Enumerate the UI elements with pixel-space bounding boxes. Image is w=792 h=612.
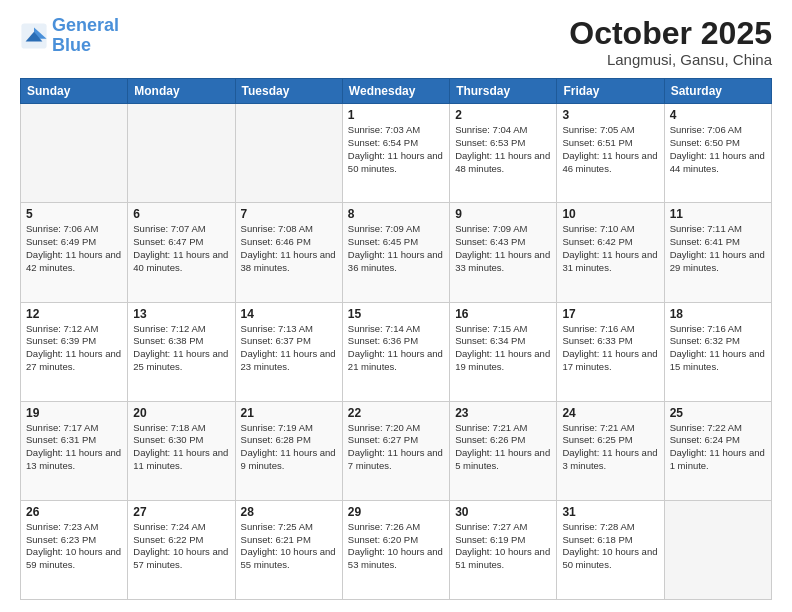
day-info: Sunrise: 7:09 AM Sunset: 6:45 PM Dayligh… xyxy=(348,223,444,274)
day-info: Sunrise: 7:11 AM Sunset: 6:41 PM Dayligh… xyxy=(670,223,766,274)
weekday-header-sunday: Sunday xyxy=(21,79,128,104)
logo-text: General Blue xyxy=(52,16,119,56)
day-cell: 26Sunrise: 7:23 AM Sunset: 6:23 PM Dayli… xyxy=(21,500,128,599)
day-cell: 22Sunrise: 7:20 AM Sunset: 6:27 PM Dayli… xyxy=(342,401,449,500)
day-number: 31 xyxy=(562,505,658,519)
day-cell: 3Sunrise: 7:05 AM Sunset: 6:51 PM Daylig… xyxy=(557,104,664,203)
week-row-4: 19Sunrise: 7:17 AM Sunset: 6:31 PM Dayli… xyxy=(21,401,772,500)
weekday-header-wednesday: Wednesday xyxy=(342,79,449,104)
day-cell: 8Sunrise: 7:09 AM Sunset: 6:45 PM Daylig… xyxy=(342,203,449,302)
weekday-header-friday: Friday xyxy=(557,79,664,104)
day-number: 10 xyxy=(562,207,658,221)
day-number: 21 xyxy=(241,406,337,420)
day-cell: 15Sunrise: 7:14 AM Sunset: 6:36 PM Dayli… xyxy=(342,302,449,401)
day-info: Sunrise: 7:19 AM Sunset: 6:28 PM Dayligh… xyxy=(241,422,337,473)
day-info: Sunrise: 7:16 AM Sunset: 6:32 PM Dayligh… xyxy=(670,323,766,374)
day-info: Sunrise: 7:12 AM Sunset: 6:39 PM Dayligh… xyxy=(26,323,122,374)
week-row-2: 5Sunrise: 7:06 AM Sunset: 6:49 PM Daylig… xyxy=(21,203,772,302)
day-cell: 10Sunrise: 7:10 AM Sunset: 6:42 PM Dayli… xyxy=(557,203,664,302)
day-cell: 28Sunrise: 7:25 AM Sunset: 6:21 PM Dayli… xyxy=(235,500,342,599)
day-cell: 17Sunrise: 7:16 AM Sunset: 6:33 PM Dayli… xyxy=(557,302,664,401)
day-info: Sunrise: 7:03 AM Sunset: 6:54 PM Dayligh… xyxy=(348,124,444,175)
day-cell: 12Sunrise: 7:12 AM Sunset: 6:39 PM Dayli… xyxy=(21,302,128,401)
day-info: Sunrise: 7:04 AM Sunset: 6:53 PM Dayligh… xyxy=(455,124,551,175)
header: General Blue October 2025 Langmusi, Gans… xyxy=(20,16,772,68)
logo-general: General xyxy=(52,15,119,35)
day-cell: 24Sunrise: 7:21 AM Sunset: 6:25 PM Dayli… xyxy=(557,401,664,500)
day-number: 5 xyxy=(26,207,122,221)
day-cell: 23Sunrise: 7:21 AM Sunset: 6:26 PM Dayli… xyxy=(450,401,557,500)
day-info: Sunrise: 7:22 AM Sunset: 6:24 PM Dayligh… xyxy=(670,422,766,473)
day-number: 15 xyxy=(348,307,444,321)
day-number: 2 xyxy=(455,108,551,122)
day-info: Sunrise: 7:06 AM Sunset: 6:49 PM Dayligh… xyxy=(26,223,122,274)
logo-blue: Blue xyxy=(52,35,91,55)
day-info: Sunrise: 7:05 AM Sunset: 6:51 PM Dayligh… xyxy=(562,124,658,175)
day-info: Sunrise: 7:27 AM Sunset: 6:19 PM Dayligh… xyxy=(455,521,551,572)
title-block: October 2025 Langmusi, Gansu, China xyxy=(569,16,772,68)
logo: General Blue xyxy=(20,16,119,56)
weekday-header-row: SundayMondayTuesdayWednesdayThursdayFrid… xyxy=(21,79,772,104)
day-number: 24 xyxy=(562,406,658,420)
day-number: 20 xyxy=(133,406,229,420)
weekday-header-tuesday: Tuesday xyxy=(235,79,342,104)
day-cell: 25Sunrise: 7:22 AM Sunset: 6:24 PM Dayli… xyxy=(664,401,771,500)
day-cell xyxy=(128,104,235,203)
day-cell xyxy=(235,104,342,203)
day-number: 30 xyxy=(455,505,551,519)
day-cell: 2Sunrise: 7:04 AM Sunset: 6:53 PM Daylig… xyxy=(450,104,557,203)
day-info: Sunrise: 7:15 AM Sunset: 6:34 PM Dayligh… xyxy=(455,323,551,374)
day-number: 13 xyxy=(133,307,229,321)
day-cell: 5Sunrise: 7:06 AM Sunset: 6:49 PM Daylig… xyxy=(21,203,128,302)
day-info: Sunrise: 7:21 AM Sunset: 6:25 PM Dayligh… xyxy=(562,422,658,473)
day-cell: 31Sunrise: 7:28 AM Sunset: 6:18 PM Dayli… xyxy=(557,500,664,599)
day-cell: 29Sunrise: 7:26 AM Sunset: 6:20 PM Dayli… xyxy=(342,500,449,599)
day-info: Sunrise: 7:20 AM Sunset: 6:27 PM Dayligh… xyxy=(348,422,444,473)
day-info: Sunrise: 7:07 AM Sunset: 6:47 PM Dayligh… xyxy=(133,223,229,274)
weekday-header-thursday: Thursday xyxy=(450,79,557,104)
day-info: Sunrise: 7:23 AM Sunset: 6:23 PM Dayligh… xyxy=(26,521,122,572)
week-row-5: 26Sunrise: 7:23 AM Sunset: 6:23 PM Dayli… xyxy=(21,500,772,599)
day-number: 9 xyxy=(455,207,551,221)
day-number: 29 xyxy=(348,505,444,519)
day-cell: 20Sunrise: 7:18 AM Sunset: 6:30 PM Dayli… xyxy=(128,401,235,500)
day-number: 14 xyxy=(241,307,337,321)
day-cell: 7Sunrise: 7:08 AM Sunset: 6:46 PM Daylig… xyxy=(235,203,342,302)
day-number: 3 xyxy=(562,108,658,122)
week-row-3: 12Sunrise: 7:12 AM Sunset: 6:39 PM Dayli… xyxy=(21,302,772,401)
day-number: 23 xyxy=(455,406,551,420)
logo-icon xyxy=(20,22,48,50)
day-info: Sunrise: 7:09 AM Sunset: 6:43 PM Dayligh… xyxy=(455,223,551,274)
day-number: 19 xyxy=(26,406,122,420)
day-number: 7 xyxy=(241,207,337,221)
day-info: Sunrise: 7:13 AM Sunset: 6:37 PM Dayligh… xyxy=(241,323,337,374)
calendar: SundayMondayTuesdayWednesdayThursdayFrid… xyxy=(20,78,772,600)
day-cell: 1Sunrise: 7:03 AM Sunset: 6:54 PM Daylig… xyxy=(342,104,449,203)
day-number: 16 xyxy=(455,307,551,321)
location-title: Langmusi, Gansu, China xyxy=(569,51,772,68)
day-info: Sunrise: 7:24 AM Sunset: 6:22 PM Dayligh… xyxy=(133,521,229,572)
weekday-header-monday: Monday xyxy=(128,79,235,104)
day-cell: 18Sunrise: 7:16 AM Sunset: 6:32 PM Dayli… xyxy=(664,302,771,401)
day-info: Sunrise: 7:18 AM Sunset: 6:30 PM Dayligh… xyxy=(133,422,229,473)
day-info: Sunrise: 7:26 AM Sunset: 6:20 PM Dayligh… xyxy=(348,521,444,572)
day-info: Sunrise: 7:08 AM Sunset: 6:46 PM Dayligh… xyxy=(241,223,337,274)
day-number: 25 xyxy=(670,406,766,420)
day-number: 1 xyxy=(348,108,444,122)
day-number: 28 xyxy=(241,505,337,519)
day-info: Sunrise: 7:21 AM Sunset: 6:26 PM Dayligh… xyxy=(455,422,551,473)
day-info: Sunrise: 7:10 AM Sunset: 6:42 PM Dayligh… xyxy=(562,223,658,274)
day-cell: 14Sunrise: 7:13 AM Sunset: 6:37 PM Dayli… xyxy=(235,302,342,401)
day-info: Sunrise: 7:06 AM Sunset: 6:50 PM Dayligh… xyxy=(670,124,766,175)
day-cell: 13Sunrise: 7:12 AM Sunset: 6:38 PM Dayli… xyxy=(128,302,235,401)
day-info: Sunrise: 7:25 AM Sunset: 6:21 PM Dayligh… xyxy=(241,521,337,572)
day-number: 26 xyxy=(26,505,122,519)
day-number: 12 xyxy=(26,307,122,321)
day-number: 17 xyxy=(562,307,658,321)
day-cell: 19Sunrise: 7:17 AM Sunset: 6:31 PM Dayli… xyxy=(21,401,128,500)
day-cell xyxy=(664,500,771,599)
day-info: Sunrise: 7:28 AM Sunset: 6:18 PM Dayligh… xyxy=(562,521,658,572)
day-info: Sunrise: 7:16 AM Sunset: 6:33 PM Dayligh… xyxy=(562,323,658,374)
day-info: Sunrise: 7:12 AM Sunset: 6:38 PM Dayligh… xyxy=(133,323,229,374)
day-number: 11 xyxy=(670,207,766,221)
